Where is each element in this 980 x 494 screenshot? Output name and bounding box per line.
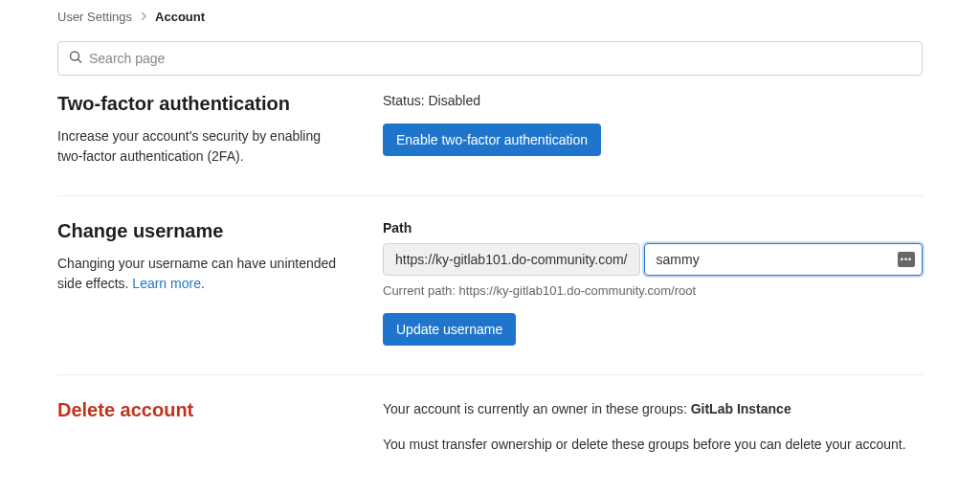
ellipsis-icon[interactable]: ••• [898, 252, 915, 267]
current-path-hint: Current path: https://ky-gitlab101.do-co… [383, 283, 923, 298]
delete-account-section: Delete account Your account is currently… [57, 399, 923, 494]
path-input-row: https://ky-gitlab101.do-community.com/ •… [383, 243, 923, 276]
delete-transfer-message: You must transfer ownership or delete th… [383, 435, 923, 455]
two-factor-description: Increase your account's security by enab… [57, 126, 345, 167]
two-factor-section: Two-factor authentication Increase your … [57, 93, 923, 196]
learn-more-link[interactable]: Learn more [132, 276, 201, 291]
svg-line-1 [78, 59, 82, 63]
search-icon [69, 51, 82, 67]
delete-owner-message: Your account is currently an owner in th… [383, 399, 923, 419]
change-username-description: Changing your username can have unintend… [57, 254, 345, 294]
current-path-label: Current path: [383, 283, 456, 298]
svg-point-0 [71, 52, 79, 60]
breadcrumb-current: Account [155, 10, 205, 24]
two-factor-status: Status: Disabled [383, 93, 923, 108]
path-prefix: https://ky-gitlab101.do-community.com/ [383, 243, 640, 276]
breadcrumb: User Settings Account [57, 10, 923, 24]
username-input[interactable] [644, 243, 923, 276]
breadcrumb-parent[interactable]: User Settings [57, 10, 132, 24]
change-username-section: Change username Changing your username c… [57, 220, 923, 375]
search-page-field [57, 41, 923, 76]
current-path-value: https://ky-gitlab101.do-community.com/ro… [459, 283, 697, 298]
update-username-button[interactable]: Update username [383, 313, 516, 346]
two-factor-status-label: Status: [383, 93, 425, 108]
two-factor-status-value: Disabled [428, 93, 479, 108]
path-label: Path [383, 220, 923, 236]
delete-owner-pre: Your account is currently an owner in th… [383, 401, 691, 416]
enable-2fa-button[interactable]: Enable two-factor authentication [383, 124, 601, 156]
owner-group-name: GitLab Instance [691, 401, 791, 416]
delete-account-heading: Delete account [57, 399, 345, 421]
change-username-heading: Change username [57, 220, 345, 242]
change-username-desc-post: . [201, 276, 205, 291]
two-factor-heading: Two-factor authentication [57, 93, 345, 115]
chevron-right-icon [140, 11, 147, 22]
search-input[interactable] [57, 41, 923, 76]
